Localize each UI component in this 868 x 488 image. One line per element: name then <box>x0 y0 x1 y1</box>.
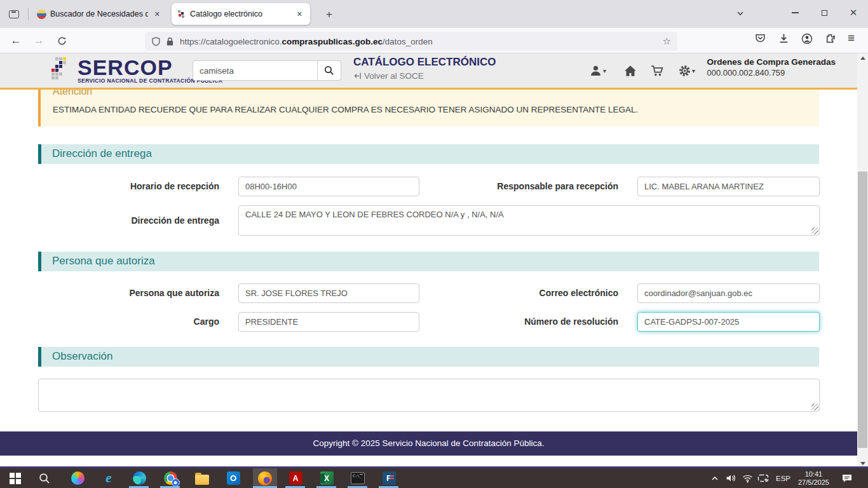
catalog-search-input[interactable] <box>193 60 318 81</box>
window-minimize-button[interactable] <box>780 0 810 25</box>
wifi-icon[interactable] <box>742 468 753 488</box>
alert-message: ESTIMADA ENTIDAD RECUERDE QUE PARA REALI… <box>53 105 819 114</box>
persona-autoriza-input[interactable] <box>238 283 419 303</box>
start-button[interactable] <box>7 470 24 486</box>
page-title: CATÁLOGO ELECTRÓNICO <box>353 56 496 69</box>
site-footer: Copyright © 2025 Servicio Nacional de Co… <box>0 431 857 456</box>
forward-button[interactable]: → <box>29 32 48 50</box>
cart-icon <box>651 65 664 77</box>
chevron-down-icon: ▾ <box>692 67 695 74</box>
window-close-button[interactable]: ✕ <box>839 0 868 25</box>
taskbar-search-icon[interactable] <box>36 470 53 486</box>
scroll-up-arrow[interactable] <box>857 53 868 63</box>
orders-number: 000.000.002.840.759 <box>707 68 836 78</box>
downloads-icon[interactable] <box>778 33 789 46</box>
account-icon[interactable] <box>801 33 813 47</box>
persona-autoriza-label: Persona que autoriza <box>38 283 219 303</box>
edge-icon[interactable] <box>131 470 147 486</box>
orders-label: Ordenes de Compra Generadas <box>707 57 836 67</box>
volume-icon[interactable] <box>726 468 736 488</box>
scrollbar-thumb[interactable] <box>858 172 867 448</box>
tab-separator <box>28 8 29 20</box>
extensions-puzzle-icon[interactable] <box>825 33 836 46</box>
tray-chevron-up[interactable] <box>710 468 719 488</box>
outlook-icon[interactable]: O <box>225 470 241 486</box>
chevron-down-icon: ▾ <box>603 67 606 74</box>
tracking-shield-icon[interactable] <box>151 37 161 46</box>
firefox-icon[interactable] <box>257 470 273 486</box>
f-app-icon[interactable]: F <box>381 470 397 486</box>
bookmark-star-icon[interactable]: ☆ <box>663 36 671 47</box>
windows-taskbar: e ☻ O A X F ESP 10:41 <box>0 468 868 488</box>
user-icon <box>590 65 602 77</box>
back-button[interactable]: ← <box>6 32 25 50</box>
page-scrollbar[interactable] <box>857 53 868 468</box>
display-connect-icon[interactable] <box>757 468 769 488</box>
copilot-icon[interactable] <box>69 470 86 486</box>
correo-electronico-input[interactable] <box>637 283 820 303</box>
menu-hamburger-icon[interactable]: ≡ <box>848 31 855 45</box>
new-tab-button[interactable]: + <box>321 6 337 23</box>
cargo-input[interactable] <box>238 312 419 332</box>
notification-icon <box>841 473 853 484</box>
cargo-label: Cargo <box>38 312 219 332</box>
screen: Buscador de Necesidades de Co ✕ Catálogo… <box>0 0 868 488</box>
file-explorer-icon[interactable] <box>194 470 210 486</box>
sercop-mosaic-icon <box>51 57 74 83</box>
direccion-entrega-label: Dirección de entrega <box>38 205 219 236</box>
firefox-view-icon <box>9 10 19 18</box>
tab-catalogo-electronico[interactable]: Catálogo electrónico ✕ <box>172 3 310 25</box>
exit-hand-icon <box>353 72 362 80</box>
acrobat-icon[interactable]: A <box>287 470 304 486</box>
section-persona-autoriza: Persona que autoriza <box>38 252 819 271</box>
chrome-icon[interactable]: ☻ <box>162 470 179 486</box>
page-viewport: SERCOP SERVICIO NACIONAL DE CONTRATACIÓN… <box>0 53 868 468</box>
resize-grip-icon[interactable] <box>811 403 818 410</box>
resize-grip-icon[interactable] <box>811 227 818 234</box>
alert-title: Atención <box>53 90 819 97</box>
orders-counter: Ordenes de Compra Generadas 000.000.002.… <box>707 57 836 78</box>
notification-center[interactable]: 5 <box>841 468 868 488</box>
observacion-textarea[interactable] <box>38 379 820 412</box>
window-restore-button[interactable] <box>810 0 839 25</box>
tab-title: Buscador de Necesidades de Co <box>50 10 148 18</box>
tray-date: 27/5/2025 <box>798 478 829 487</box>
firefox-view-button[interactable] <box>5 7 23 21</box>
section-observacion: Observación <box>38 347 819 367</box>
reload-button[interactable] <box>52 32 71 50</box>
responsable-recepcion-label: Responsable para recepción <box>445 177 618 196</box>
url-text: https://catalogoelectronico.compraspubli… <box>180 37 663 46</box>
home-button[interactable] <box>624 65 637 77</box>
url-bar[interactable]: https://catalogoelectronico.compraspubli… <box>145 32 677 51</box>
internet-explorer-icon[interactable]: e <box>100 470 117 486</box>
horario-recepcion-input[interactable] <box>238 177 419 196</box>
tab-close-icon[interactable]: ✕ <box>294 9 305 20</box>
sercop-header: SERCOP SERVICIO NACIONAL DE CONTRATACIÓN… <box>0 53 857 90</box>
attention-alert: Atención ESTIMADA ENTIDAD RECUERDE QUE P… <box>38 90 819 126</box>
user-menu-button[interactable]: ▾ <box>590 65 606 77</box>
direccion-entrega-textarea[interactable]: CALLE 24 DE MAYO Y LEON DE FEBRES CORDEO… <box>238 205 820 236</box>
pocket-icon[interactable] <box>755 33 766 46</box>
cart-button[interactable] <box>651 65 664 77</box>
tab-close-icon[interactable]: ✕ <box>152 9 163 20</box>
correo-electronico-label: Correo electrónico <box>445 283 618 303</box>
language-indicator[interactable]: ESP <box>776 468 790 488</box>
responsable-recepcion-input[interactable] <box>637 177 820 196</box>
page-title-block: CATÁLOGO ELECTRÓNICO Volver al SOCE <box>353 56 496 81</box>
lock-icon[interactable] <box>166 37 174 46</box>
section-direccion-entrega: Dirección de entrega <box>38 144 819 164</box>
clock[interactable]: 10:41 27/5/2025 <box>798 468 829 488</box>
list-tabs-chevron-icon[interactable] <box>736 9 745 20</box>
numero-resolucion-input[interactable] <box>637 312 820 332</box>
excel-icon[interactable]: X <box>318 470 335 486</box>
home-icon <box>624 65 637 77</box>
volver-al-soce-link[interactable]: Volver al SOCE <box>353 71 496 81</box>
settings-menu-button[interactable]: ▾ <box>679 65 695 77</box>
sercop-favicon <box>177 10 186 19</box>
tray-time: 10:41 <box>798 470 829 478</box>
catalog-search <box>193 60 341 81</box>
tab-buscador-necesidades[interactable]: Buscador de Necesidades de Co ✕ <box>32 3 168 25</box>
catalog-search-button[interactable] <box>318 60 341 81</box>
command-prompt-icon[interactable] <box>349 470 366 486</box>
search-icon <box>324 65 334 76</box>
